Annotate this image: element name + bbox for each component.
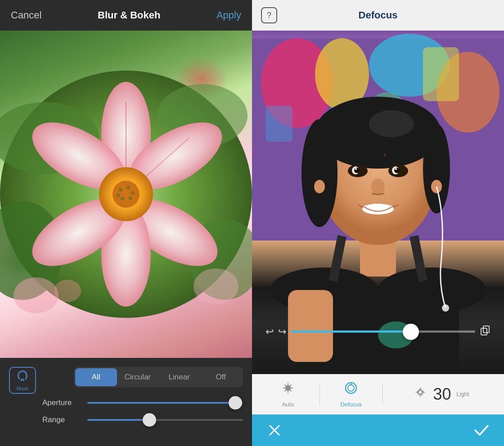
portrait-svg (252, 31, 504, 374)
blur-tabs: All Circular Linear Off (74, 367, 243, 388)
svg-point-39 (302, 119, 338, 227)
right-bottom: Auto Defocus (252, 374, 504, 446)
svg-point-19 (121, 197, 124, 201)
range-track[interactable] (87, 419, 243, 421)
range-label: Range (42, 415, 87, 424)
svg-rect-59 (481, 328, 487, 335)
auto-label: Auto (282, 401, 294, 408)
svg-point-57 (442, 304, 449, 312)
tool-divider-1 (320, 383, 320, 406)
image-slider-thumb[interactable] (403, 324, 419, 340)
defocus-icon (344, 381, 358, 398)
tool-defocus[interactable]: Defocus (324, 381, 378, 408)
svg-point-40 (423, 124, 450, 214)
svg-point-53 (314, 180, 325, 193)
right-tools-bar: Auto Defocus (252, 374, 504, 415)
light-value: 30 (433, 385, 451, 404)
svg-point-22 (194, 268, 238, 304)
image-slider-overlay: ↩ ↪ (252, 325, 504, 338)
right-action-bar (252, 415, 504, 446)
tab-off[interactable]: Off (200, 368, 242, 386)
confirm-icon (474, 424, 489, 437)
redo-button[interactable]: ↪ (278, 326, 286, 338)
mask-svg (16, 370, 29, 382)
range-thumb[interactable] (143, 413, 156, 427)
aperture-label: Aperture (42, 398, 87, 407)
left-panel: Cancel Blur & Bokeh Apply (0, 0, 252, 446)
right-panel: ? Defocus (252, 0, 504, 446)
tab-linear[interactable]: Linear (158, 368, 200, 386)
flower-image (0, 31, 252, 358)
defocus-label: Defocus (340, 401, 362, 408)
svg-rect-31 (266, 106, 292, 142)
svg-point-21 (14, 277, 58, 313)
right-header: ? Defocus (252, 0, 504, 31)
range-fill (87, 419, 149, 421)
light-label: Light (456, 391, 469, 397)
svg-point-14 (112, 181, 140, 208)
light-icon (413, 385, 428, 403)
image-slider-track[interactable] (291, 330, 475, 333)
svg-point-50 (371, 178, 385, 195)
tab-all[interactable]: All (75, 368, 117, 386)
svg-point-15 (119, 188, 122, 192)
copy-button[interactable] (480, 325, 490, 338)
tool-auto[interactable]: Auto (261, 381, 315, 408)
help-button[interactable]: ? (261, 7, 277, 23)
svg-point-46 (354, 168, 360, 173)
left-controls: Mask All Circular Linear Off Aperture (0, 358, 252, 446)
svg-point-48 (355, 168, 357, 170)
mask-icon (16, 370, 29, 385)
mask-button[interactable]: Mask (9, 367, 36, 394)
aperture-thumb[interactable] (229, 396, 242, 410)
svg-point-18 (129, 196, 132, 200)
aperture-track[interactable] (87, 402, 243, 404)
action-cancel-button[interactable] (266, 421, 284, 439)
svg-rect-30 (423, 47, 459, 101)
svg-point-17 (131, 191, 135, 195)
aperture-fill (87, 402, 235, 404)
aperture-slider-row: Aperture (42, 398, 243, 407)
svg-point-47 (394, 168, 400, 173)
light-svg (413, 385, 428, 400)
tool-light[interactable]: 30 Light (387, 385, 495, 404)
svg-point-36 (378, 268, 486, 312)
auto-svg (281, 381, 295, 395)
cancel-icon (268, 424, 281, 437)
svg-point-41 (369, 110, 414, 137)
tool-divider-2 (382, 383, 383, 406)
svg-point-52 (383, 154, 386, 156)
undo-button[interactable]: ↩ (266, 326, 274, 338)
svg-point-23 (54, 280, 81, 302)
svg-marker-62 (418, 389, 423, 394)
flower-svg (0, 31, 252, 358)
action-confirm-button[interactable] (472, 421, 490, 439)
left-title: Blur & Bokeh (98, 9, 160, 21)
apply-button[interactable]: Apply (216, 9, 241, 21)
right-title: Defocus (277, 9, 479, 21)
portrait-image (252, 31, 504, 374)
auto-icon (281, 381, 295, 398)
svg-point-61 (348, 385, 354, 391)
portrait-image-area: ↩ ↪ (252, 31, 504, 374)
svg-point-20 (117, 193, 120, 197)
defocus-svg (344, 381, 358, 395)
svg-point-16 (126, 186, 130, 189)
flower-image-area (0, 31, 252, 358)
mask-label: Mask (17, 386, 28, 391)
copy-icon (480, 325, 490, 336)
svg-point-49 (395, 168, 397, 170)
cancel-button[interactable]: Cancel (11, 9, 41, 21)
image-slider-fill (291, 330, 411, 333)
range-slider-row: Range (42, 415, 243, 424)
tab-circular[interactable]: Circular (117, 368, 159, 386)
left-header: Cancel Blur & Bokeh Apply (0, 0, 252, 31)
svg-rect-58 (483, 326, 489, 333)
